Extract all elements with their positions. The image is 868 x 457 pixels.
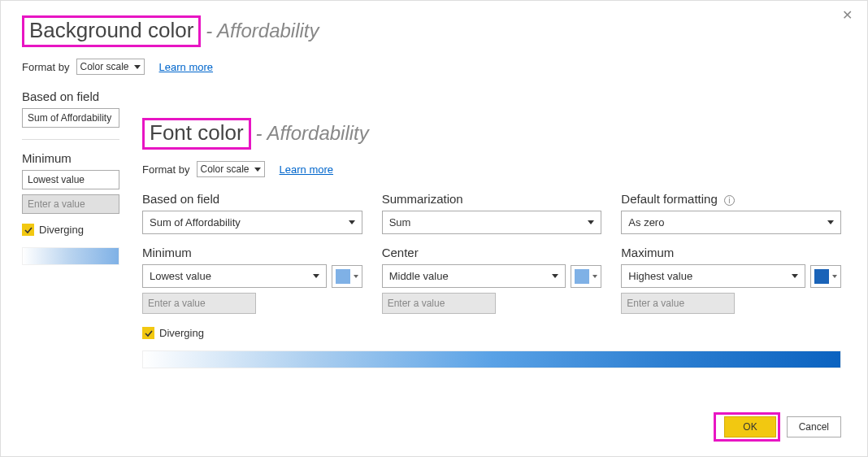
chevron-down-icon: [592, 275, 597, 278]
diverging-label: Diverging: [39, 224, 84, 236]
diverging-checkbox[interactable]: [142, 327, 154, 339]
chevron-down-icon: [134, 65, 141, 69]
cancel-button[interactable]: Cancel: [787, 416, 841, 437]
color-swatch: [814, 269, 829, 284]
gradient-preview: [142, 350, 841, 368]
gradient-preview-back: [22, 247, 119, 265]
learn-more-link[interactable]: Learn more: [159, 61, 213, 73]
color-swatch: [336, 269, 350, 284]
chevron-down-icon: [552, 274, 558, 278]
format-by-select[interactable]: Color scale: [197, 161, 265, 177]
info-icon[interactable]: i: [724, 195, 735, 206]
maximum-color-picker[interactable]: [810, 265, 841, 288]
minimum-label: Minimum: [142, 246, 362, 259]
summarization-select[interactable]: Sum: [382, 211, 602, 234]
based-on-field-label: Based on field: [142, 192, 362, 206]
chevron-down-icon: [254, 168, 261, 172]
based-on-field-value[interactable]: Sum of Affordability: [22, 108, 119, 128]
based-on-field-select[interactable]: Sum of Affordability: [142, 211, 362, 234]
default-formatting-select[interactable]: As zero: [621, 211, 841, 234]
dialog-subtitle-background: - Affordability: [206, 20, 319, 42]
default-formatting-label: Default formatting i: [621, 192, 841, 206]
dialog-title-background: Background color: [22, 15, 201, 47]
center-select[interactable]: Middle value: [382, 264, 566, 288]
chevron-down-icon: [313, 274, 319, 278]
center-value-input[interactable]: Enter a value: [382, 293, 496, 314]
format-by-label: Format by: [142, 163, 190, 176]
format-by-value: Color scale: [201, 163, 250, 175]
font-color-dialog: Font color - Affordability Format by Col…: [123, 103, 861, 450]
summarization-label: Summarization: [382, 192, 602, 206]
maximum-value-input[interactable]: Enter a value: [621, 293, 735, 314]
maximum-select[interactable]: Highest value: [621, 264, 805, 288]
based-on-field-label: Based on field: [22, 89, 846, 103]
color-swatch: [575, 269, 589, 284]
divider: [22, 139, 119, 140]
minimum-value-input[interactable]: Enter a value: [22, 194, 119, 214]
minimum-value-input[interactable]: Enter a value: [142, 293, 256, 314]
ok-button[interactable]: OK: [724, 416, 775, 437]
chevron-down-icon: [354, 275, 358, 278]
minimum-color-picker[interactable]: [332, 265, 362, 288]
minimum-select[interactable]: Lowest value: [142, 264, 327, 288]
format-by-label: Format by: [22, 61, 70, 73]
dialog-subtitle-font: - Affordability: [256, 122, 369, 145]
maximum-label: Maximum: [621, 246, 841, 259]
learn-more-link[interactable]: Learn more: [280, 163, 333, 176]
chevron-down-icon: [832, 275, 837, 278]
chevron-down-icon: [792, 274, 798, 278]
diverging-checkbox[interactable]: [22, 224, 34, 236]
chevron-down-icon: [827, 220, 834, 224]
chevron-down-icon: [588, 220, 594, 224]
dialog-title-font: Font color: [142, 118, 251, 150]
diverging-label: Diverging: [159, 327, 204, 339]
chevron-down-icon: [349, 220, 355, 224]
center-color-picker[interactable]: [571, 265, 601, 288]
minimum-select[interactable]: Lowest value: [22, 170, 119, 189]
format-by-select[interactable]: Color scale: [76, 59, 145, 75]
center-label: Center: [382, 246, 602, 259]
format-by-value: Color scale: [80, 61, 129, 72]
